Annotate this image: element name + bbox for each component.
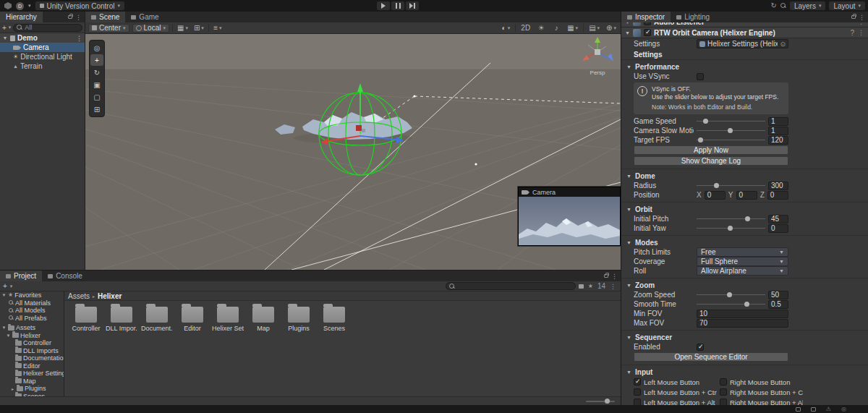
audio-toggle-button[interactable]: ♪ [550, 24, 562, 33]
zoom-foldout[interactable]: ▼ Zoom [621, 280, 868, 290]
foldout-triangle-icon[interactable]: ▼ [625, 22, 630, 25]
tree-folder-controller[interactable]: Controller [0, 339, 64, 347]
roll-dropdown[interactable]: Allow Airplane ▼ [697, 266, 788, 276]
input-option-right-mouse-alt[interactable]: Right Mouse Button + Alt [720, 399, 803, 405]
object-picker-icon[interactable]: ⊙ [780, 41, 786, 48]
initial-yaw-value[interactable]: 0 [768, 224, 788, 233]
console-window-icon[interactable] [811, 407, 816, 412]
foldout-triangle-icon[interactable]: ▼ [6, 333, 11, 338]
checkbox[interactable] [634, 388, 641, 396]
tree-folder-helixer-settings[interactable]: Helixer Settings [0, 370, 64, 378]
thumbnail-zoom-slider[interactable] [586, 401, 615, 402]
input-option-right-mouse-ctrl[interactable]: Right Mouse Button + Ctrl [720, 388, 803, 396]
lighting-toggle-button[interactable]: ☀ [535, 24, 547, 33]
tree-folder-plugins[interactable]: ▸Plugins [0, 385, 64, 393]
zoom-speed-value[interactable]: 50 [768, 291, 788, 299]
rotate-tool[interactable]: ↻ [90, 67, 103, 78]
assets-root[interactable]: ▼ Assets [0, 324, 64, 332]
smooth-time-value[interactable]: 0.5 [768, 300, 788, 309]
tree-folder-helixer[interactable]: ▼ Helixer [0, 332, 64, 340]
move-tool[interactable]: + [90, 54, 103, 66]
hierarchy-item-camera[interactable]: Camera [0, 43, 85, 52]
sequencer-foldout[interactable]: ▼ Sequencer [621, 332, 868, 342]
account-avatar[interactable]: D [16, 2, 24, 10]
search-icon[interactable] [780, 3, 786, 9]
use-vsync-checkbox[interactable] [697, 73, 704, 80]
camera-slow-motion-slider[interactable] [697, 126, 765, 135]
rtw-orbit-camera-header[interactable]: ▼ RTW Orbit Camera (Helixer Engine) ? ⋮ [621, 27, 868, 38]
sequencer-enabled-checkbox[interactable] [697, 344, 704, 351]
2d-toggle-button[interactable]: 2D [519, 24, 532, 33]
view-tool[interactable]: ◎ [90, 42, 103, 54]
favorite-all-models[interactable]: All Models [0, 307, 64, 315]
tool-settings-button[interactable]: ≡▾ [212, 24, 224, 33]
breadcrumb-assets[interactable]: Assets [68, 292, 90, 300]
pause-button[interactable] [391, 1, 404, 10]
tree-folder-editor[interactable]: Editor [0, 362, 64, 370]
grid-folder-controller[interactable]: Controller [70, 307, 102, 332]
more-icon[interactable]: ⋮ [610, 283, 616, 290]
chevron-down-icon[interactable]: ▾ [10, 284, 13, 289]
position-z-field[interactable]: 0 [767, 191, 788, 200]
modes-foldout[interactable]: ▼ Modes [621, 237, 868, 247]
snap-increment-button[interactable]: ⊞▾ [192, 24, 205, 33]
panel-menu-icon[interactable]: ⋮ [611, 273, 618, 280]
checkbox[interactable] [634, 399, 641, 405]
tab-hierarchy[interactable]: Hierarchy [0, 12, 43, 22]
game-speed-value[interactable]: 1 [768, 117, 788, 126]
smooth-time-slider[interactable] [697, 299, 765, 309]
hierarchy-item-directional-light[interactable]: ☀ Directional Light [0, 52, 85, 61]
position-y-field[interactable]: 0 [736, 191, 757, 200]
shading-mode-button[interactable]: ◐▾ [500, 24, 511, 33]
grid-folder-dll-imports[interactable]: DLL Impor... [106, 307, 137, 332]
version-control-button[interactable]: Unity Version Control ▾ [35, 1, 124, 10]
grid-folder-editor[interactable]: Editor [176, 307, 208, 332]
play-button[interactable] [377, 1, 390, 10]
account-chevron-icon[interactable]: ▾ [28, 3, 31, 9]
grid-folder-scenes[interactable]: Scenes [318, 307, 350, 332]
layout-button[interactable]: Layout ▾ [829, 1, 865, 10]
tab-game[interactable]: Game [125, 12, 164, 22]
audio-listener-header[interactable]: ▼ Audio Listener ⋮ [621, 22, 868, 27]
pivot-mode-button[interactable]: Center ▾ [88, 24, 129, 33]
component-enabled-checkbox[interactable] [644, 29, 651, 36]
chevron-down-icon[interactable]: ▾ [9, 25, 12, 30]
rect-tool[interactable]: ▢ [90, 91, 103, 103]
tab-scene[interactable]: Scene [85, 12, 125, 22]
checkbox[interactable] [720, 388, 727, 396]
camera-slow-motion-value[interactable]: 1 [768, 127, 788, 135]
show-change-log-button[interactable]: Show Change Log [634, 156, 788, 166]
input-option-right-mouse[interactable]: Right Mouse Button [720, 378, 803, 386]
lock-icon[interactable] [68, 15, 72, 19]
help-icon[interactable]: ? [850, 29, 854, 37]
effects-toggle-button[interactable]: ▦▾ [566, 24, 579, 33]
component-menu-icon[interactable]: ⋮ [858, 22, 864, 25]
camera-settings-button[interactable]: ▤▾ [587, 24, 601, 33]
panel-menu-icon[interactable]: ⋮ [75, 14, 82, 21]
grid-folder-plugins[interactable]: Plugins [283, 307, 315, 332]
layers-button[interactable]: Layers ▾ [790, 1, 826, 10]
settings-object-field[interactable]: Helixer Settings (Helixer Settings) ⊙ [697, 39, 788, 48]
tab-console[interactable]: Console [42, 271, 88, 281]
hierarchy-item-terrain[interactable]: ▲ Terrain [0, 61, 85, 71]
grid-snap-button[interactable]: ▦▾ [176, 24, 190, 33]
initial-yaw-slider[interactable] [697, 223, 765, 233]
create-asset-button[interactable]: + [3, 282, 7, 290]
pitch-limits-dropdown[interactable]: Free ▼ [697, 247, 788, 257]
min-fov-field[interactable]: 10 [697, 310, 788, 318]
foldout-triangle-icon[interactable]: ▼ [1, 325, 7, 330]
zoom-speed-slider[interactable] [697, 290, 765, 299]
coverage-dropdown[interactable]: Full Sphere ▼ [697, 257, 788, 266]
scene-viewport[interactable]: Persp ◎ + ↻ ▣ ▢ ⊞ Camera [85, 34, 621, 270]
component-menu-icon[interactable]: ⋮ [858, 29, 864, 37]
grid-folder-helixer-settings[interactable]: Helixer Sett... [212, 307, 244, 332]
scene-row-demo[interactable]: ▼ Demo ⋮ [0, 33, 85, 43]
lock-icon[interactable] [604, 274, 608, 278]
saved-search-icon[interactable]: ★ [588, 284, 593, 289]
search-by-type-icon[interactable] [579, 284, 584, 289]
lock-icon[interactable] [851, 15, 856, 19]
radius-value[interactable]: 300 [768, 182, 788, 190]
tab-lighting[interactable]: Lighting [671, 12, 715, 22]
tab-inspector[interactable]: Inspector [621, 12, 671, 22]
grid-folder-documentation[interactable]: Document... [141, 307, 173, 332]
